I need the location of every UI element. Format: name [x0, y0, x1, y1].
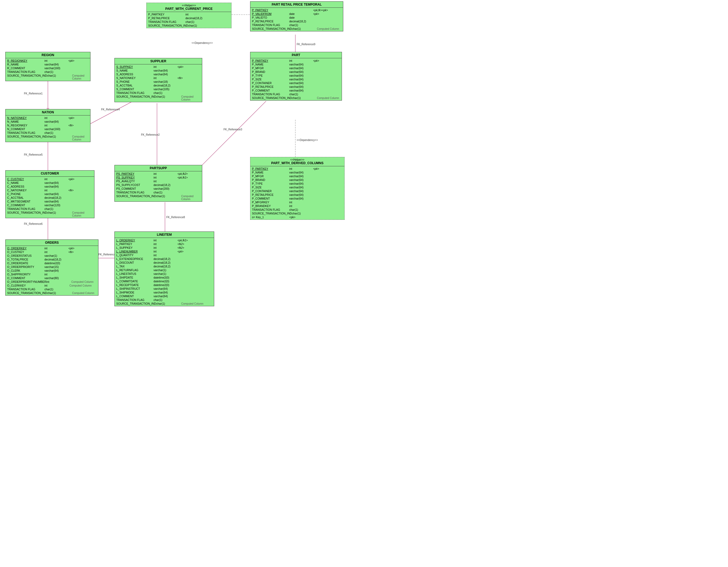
field-name: TRANSACTION FLAG	[116, 298, 154, 301]
field-row: SOURCE_TRANSACTION_IND char(1) Computed …	[250, 27, 343, 31]
field-computed: Computed Column	[181, 95, 200, 101]
field-row: L_SHIPINSTRUCT varchar(64)	[115, 287, 214, 291]
field-type: varchar(64)	[289, 85, 313, 88]
field-type: int	[154, 76, 177, 80]
field-type: varchar(64)	[289, 193, 313, 196]
field-type: int	[154, 172, 177, 175]
field-key: <pk>	[177, 65, 183, 68]
field-type: int	[46, 280, 70, 283]
entity-part-with-derived-columns: <<Helper>> PART_WITH_DERIVED_COLUMNS P_P…	[250, 157, 345, 220]
field-name: O_ORDERKEY	[7, 247, 44, 250]
entity-header-supplier: SUPPLIER	[115, 58, 202, 64]
entity-part-with-current-price: <<Helper>> PART_WITH_CURRENT_PRICE P_PAR…	[146, 3, 231, 28]
field-type: decimal(18,2)	[154, 257, 177, 260]
entity-nation: NATION N_NATIONKEY int <pk> N_NAME varch…	[5, 109, 90, 142]
field-name: PS_SUPPKEY	[116, 176, 154, 179]
field-name: R_COMMENT	[7, 67, 44, 70]
entity-supplier: SUPPLIER S_SUPPKEY int <pk> S_NAME varch…	[114, 58, 202, 102]
field-row: L_COMMITDATE datetime2(0)	[115, 279, 214, 283]
field-row: P_PARTKEY int <pk>	[250, 167, 344, 171]
field-name: C_MKTSEGMENT	[7, 200, 44, 203]
field-row: O_ORDERPRIORITY varchar(15)	[6, 265, 98, 269]
field-name: S_ADDRESS	[116, 73, 154, 76]
entity-name: SUPPLIER	[150, 59, 166, 63]
svg-text:FK_Reference6: FK_Reference6	[24, 222, 43, 225]
field-row: P_MFGR varchar(64)	[250, 174, 344, 178]
field-type: varchar(15)	[44, 265, 68, 268]
field-type: decimal(18,2)	[185, 16, 209, 20]
field-type: int	[289, 59, 313, 62]
field-row: TRANSACTION FLAG char(1)	[6, 70, 90, 74]
field-row: O_ORDERPRIORITYNUMBER int Computed Colum…	[6, 280, 98, 284]
svg-text:FK_Reference8: FK_Reference8	[166, 216, 185, 219]
entity-part-retail-price-temporal: PART RETAIL PRICE TEMPORAL P_PARTKEY <pk…	[250, 1, 343, 31]
field-name: O_ORDERSTATUS	[7, 254, 44, 257]
svg-text:FK_Reference1: FK_Reference1	[24, 92, 43, 95]
field-type: varchar(64)	[44, 63, 68, 66]
field-type: varchar(64)	[289, 89, 313, 92]
field-type: varchar(64)	[289, 182, 313, 185]
field-row: S_NAME varchar(64)	[115, 69, 202, 72]
field-row: P_RETAILPRICE decimal(18,2)	[250, 19, 343, 23]
field-type: varchar(200)	[154, 187, 177, 190]
field-row: O_ORDERSTATUS varchar(1)	[6, 254, 98, 258]
field-type: varchar(64)	[44, 200, 68, 203]
field-row: TRANSACTION FLAG char(1)	[6, 207, 94, 211]
field-name: TRANSACTION FLAG	[116, 191, 154, 194]
field-name: P_MFGR	[252, 67, 289, 70]
field-type: decimal(18,2)	[154, 183, 177, 187]
field-row: S_ADDRESS varchar(64)	[115, 72, 202, 76]
field-name: L_COMMITDATE	[116, 280, 154, 283]
field-type: int	[289, 204, 313, 208]
field-type: varchar(64)	[289, 78, 313, 81]
field-row: P_PARTKEY <pk,fk> <pk>	[250, 8, 343, 12]
field-row: P_CONTAINER varchar(64)	[250, 81, 342, 85]
field-type: varchar(18)	[154, 80, 177, 83]
field-name: O_TOTALPRICE	[7, 258, 44, 261]
field-name: TRANSACTION FLAG	[252, 93, 289, 96]
field-row: L_DISCOUNT decimal(18,2)	[115, 261, 214, 264]
field-type: varchar(120)	[44, 204, 68, 207]
field-name: S_NATIONKEY	[116, 76, 154, 80]
field-name: TRANSACTION FLAG	[7, 207, 44, 210]
entity-header-nation: NATION	[6, 109, 90, 115]
field-row: O_CLERKKEY int Computed Column	[6, 284, 98, 287]
field-row: P_MFGRKEY int	[250, 200, 344, 204]
field-row: L_COMMENT varchar(64)	[115, 294, 214, 298]
field-computed: Computed Column	[317, 97, 339, 100]
field-name: P_PARTKEY	[252, 167, 289, 170]
field-name: P_BRANDKEY	[252, 204, 289, 208]
field-name: P_PARTKEY	[252, 59, 289, 62]
field-name: C_CUSTKEY	[7, 177, 44, 181]
field-row: O_COMMENT varchar(80)	[6, 276, 98, 280]
field-row: P_BRANDKEY int	[250, 204, 344, 208]
field-row: TRANSACTION FLAG char(1)	[250, 23, 343, 27]
field-row: P_RETAILPRICE varchar(64)	[250, 85, 342, 89]
field-key: <pk>	[313, 167, 319, 170]
field-row: C_NAME varchar(64)	[6, 181, 94, 185]
field-type: char(1)	[292, 96, 316, 100]
field-row: O_TOTALPRICE decimal(18,2)	[6, 258, 98, 261]
field-row: P_PARTKEY int	[147, 13, 231, 16]
field-type: int	[154, 239, 177, 242]
field-type: char(1)	[44, 288, 68, 291]
field-key: <fk>	[68, 189, 73, 192]
field-name: SOURCE_TRANSACTION_IND	[7, 211, 47, 214]
field-type: varchar(64)	[289, 74, 313, 77]
field-row: P_BRAND varchar(64)	[250, 70, 342, 74]
field-row: S_SUPPKEY int <pk>	[115, 65, 202, 69]
field-computed: Computed Column	[181, 302, 203, 305]
field-type: varchar(64)	[289, 171, 313, 174]
field-name: PS_SUPPLYCOST	[116, 183, 154, 187]
entity-name: LINEITEM	[157, 233, 172, 237]
field-type: date	[289, 16, 313, 19]
field-name: N_NATIONKEY	[7, 116, 44, 119]
field-type: varchar(64)	[154, 69, 177, 72]
field-type: int	[44, 116, 68, 119]
field-computed: Computed Column	[72, 135, 89, 141]
field-type: varchar(1)	[154, 272, 177, 275]
field-type: varchar(64)	[154, 73, 177, 76]
field-type: decimal(18,2)	[154, 265, 177, 268]
field-row: L_RETURNFLAG varchar(1)	[115, 268, 214, 272]
field-type: char(1)	[156, 302, 180, 305]
